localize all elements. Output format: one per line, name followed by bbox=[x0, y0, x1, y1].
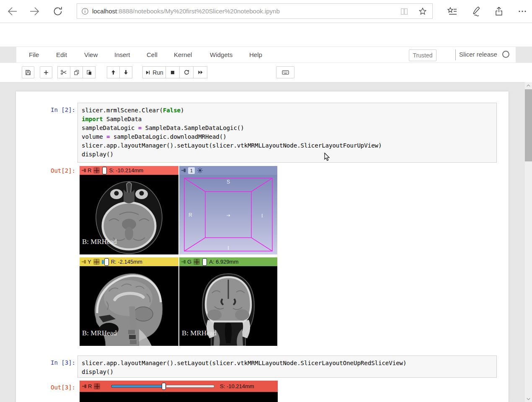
pin-icon bbox=[81, 259, 87, 265]
mini-slider-fill bbox=[102, 260, 104, 264]
copy-icon bbox=[73, 69, 80, 76]
run-button-label: Run bbox=[152, 69, 163, 76]
slice-slider-thumb bbox=[202, 258, 207, 266]
sagittal-slice-image: B: MRHead bbox=[80, 266, 178, 346]
menu-widgets[interactable]: Widgets bbox=[210, 51, 232, 58]
output-prompt: Out[3]: bbox=[16, 384, 75, 391]
menu-cell[interactable]: Cell bbox=[147, 51, 158, 58]
orientation-letter-top: S bbox=[227, 179, 230, 185]
more-options-icon[interactable] bbox=[517, 5, 528, 17]
kernel-name: Slicer release bbox=[459, 51, 497, 58]
red-slice-controller: R S: -10.214mm bbox=[80, 166, 178, 175]
menu-kernel[interactable]: Kernel bbox=[174, 51, 192, 58]
web-note-pen-icon[interactable] bbox=[470, 5, 482, 17]
slice-slider-thumb bbox=[104, 258, 109, 266]
add-cell-button[interactable] bbox=[40, 66, 52, 78]
step-forward-icon bbox=[145, 70, 151, 75]
address-bar[interactable]: localhost:8888/notebooks/My%20first%20Sl… bbox=[77, 3, 433, 19]
run-button[interactable]: Run bbox=[142, 66, 166, 78]
code-cell-input[interactable]: slicer.app.layoutManager().setLayout(sli… bbox=[77, 355, 497, 378]
save-button[interactable] bbox=[22, 66, 34, 78]
menu-edit[interactable]: Edit bbox=[56, 51, 67, 58]
refresh-icon[interactable] bbox=[52, 5, 64, 17]
restart-kernel-button[interactable] bbox=[179, 66, 194, 78]
orientation-letter-bottom: I bbox=[227, 245, 229, 251]
notebook-menubar: File Edit View Insert Cell Kernel Widget… bbox=[16, 47, 516, 63]
input-prompt: In [3]: bbox=[16, 359, 75, 366]
orientation-letter-right: I bbox=[261, 213, 263, 219]
corner-annotation: B: MRHead bbox=[182, 329, 217, 337]
forward-icon[interactable] bbox=[28, 5, 40, 17]
green-slice-controller: G A: 6.929mm bbox=[179, 257, 277, 266]
output-prompt: Out[2]: bbox=[16, 167, 75, 174]
restart-run-all-button[interactable] bbox=[193, 66, 207, 78]
slice-slider-fill bbox=[111, 385, 162, 388]
threed-render-image: S R I I bbox=[179, 175, 277, 254]
url-path: :8888/notebooks/My%20first%20Slicer%20no… bbox=[117, 8, 280, 15]
kernel-status-icon bbox=[502, 51, 509, 58]
notebook-page: In [2]: slicer.mrmlScene.Clear(False)imp… bbox=[16, 91, 509, 402]
view-letter: G bbox=[187, 259, 191, 265]
crosshair-icon bbox=[93, 167, 100, 174]
move-cell-down-button[interactable] bbox=[119, 66, 132, 78]
browser-toolbar: localhost:8888/notebooks/My%20first%20Sl… bbox=[0, 0, 532, 23]
share-icon[interactable] bbox=[493, 5, 505, 17]
plus-icon bbox=[43, 69, 49, 76]
reading-view-icon[interactable] bbox=[400, 7, 409, 16]
arrow-down-icon bbox=[123, 69, 129, 75]
pin-icon bbox=[81, 167, 87, 174]
slice-offset-label: A: 6.929mm bbox=[209, 259, 238, 265]
orientation-letter-left: R bbox=[189, 212, 192, 218]
input-prompt: In [2]: bbox=[16, 106, 75, 113]
slice-offset-label: S: -10.214mm bbox=[109, 167, 143, 174]
pin-icon bbox=[181, 167, 186, 174]
scroll-down-icon[interactable] bbox=[525, 395, 532, 402]
green-slice-view: G A: 6.929mm bbox=[179, 257, 277, 346]
paste-cell-button[interactable] bbox=[83, 66, 96, 78]
crosshair-icon bbox=[93, 259, 100, 265]
trusted-button[interactable]: Trusted bbox=[409, 49, 436, 61]
slice-slider-thumb bbox=[102, 167, 107, 174]
axial-slice-image: B: MRHead bbox=[80, 175, 178, 254]
fast-forward-icon bbox=[197, 69, 204, 75]
copy-cell-button[interactable] bbox=[70, 66, 83, 78]
view-number-badge: 1 bbox=[188, 167, 195, 174]
screen: localhost:8888/notebooks/My%20first%20Sl… bbox=[0, 0, 532, 402]
slice-slider-track bbox=[166, 385, 214, 388]
cut-cell-button[interactable] bbox=[57, 66, 70, 78]
menu-help[interactable]: Help bbox=[249, 51, 262, 58]
menu-insert[interactable]: Insert bbox=[114, 51, 130, 58]
slice-offset-label: S: -10.214mm bbox=[220, 383, 254, 389]
scissors-icon bbox=[60, 69, 67, 76]
menu-view[interactable]: View bbox=[84, 51, 98, 58]
interrupt-kernel-button[interactable] bbox=[165, 66, 180, 78]
red-slice-view: R S: -10.214mm bbox=[80, 166, 178, 254]
command-palette-button[interactable] bbox=[276, 66, 294, 78]
scroll-up-icon[interactable] bbox=[525, 82, 532, 89]
coronal-slice-image: B: MRHead bbox=[179, 266, 277, 346]
save-icon bbox=[25, 69, 31, 76]
menu-file[interactable]: File bbox=[29, 51, 39, 58]
slice-slider-thumb bbox=[162, 383, 166, 390]
threed-view-controller: 1 bbox=[179, 166, 277, 175]
move-cell-up-button[interactable] bbox=[107, 66, 120, 78]
view-letter: R bbox=[88, 383, 92, 389]
hub-favorites-icon[interactable] bbox=[447, 5, 458, 17]
view-letter: R bbox=[88, 167, 91, 174]
keyboard-icon bbox=[281, 68, 289, 76]
restart-icon bbox=[183, 69, 190, 75]
back-icon[interactable] bbox=[7, 5, 18, 17]
axial-slice-image bbox=[80, 392, 278, 402]
scrollbar-thumb[interactable] bbox=[525, 89, 532, 161]
favorite-star-icon[interactable] bbox=[418, 7, 427, 16]
pin-icon bbox=[181, 259, 186, 265]
red-slice-view-oneup: R S: -10.214mm bbox=[80, 381, 278, 402]
page-scrollbar[interactable] bbox=[525, 82, 532, 402]
code-cell-input[interactable]: slicer.mrmlScene.Clear(False)import Samp… bbox=[77, 103, 497, 163]
center-view-gear-icon bbox=[197, 167, 203, 174]
pin-icon bbox=[82, 383, 87, 389]
corner-annotation: B: MRHead bbox=[82, 329, 117, 337]
info-icon[interactable] bbox=[81, 8, 89, 15]
stop-icon bbox=[170, 70, 176, 75]
threed-view: 1 S R I I bbox=[179, 166, 277, 254]
